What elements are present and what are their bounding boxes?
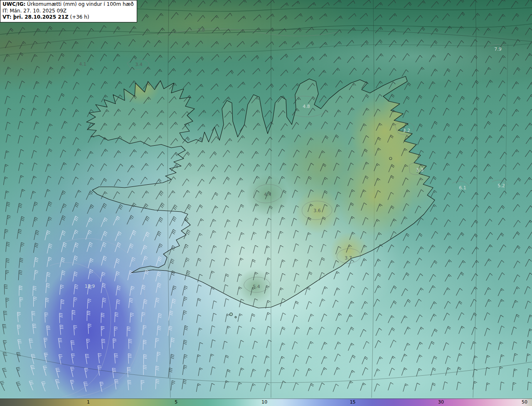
colorbar-ticks: 1510153050 [0, 399, 532, 406]
product-title: Úrkomumætti (mm) og vindur í 100m hæð [25, 1, 133, 7]
valid-offset: (+36 h) [69, 14, 89, 20]
title-box: UWC/IG: Úrkomumætti (mm) og vindur í 100… [0, 0, 137, 22]
colorbar-tick-label: 15 [350, 399, 356, 405]
colorbar-tick-label: 30 [438, 399, 444, 405]
colorbar-tick-label: 10 [261, 399, 267, 405]
wind-barbs-light [17, 216, 176, 392]
weather-map: 3.84.13.47.94.83.23.36.15.24.43.63.713.9… [0, 0, 532, 406]
valid-time: VT: þri. 28.10.2025 21Z [2, 14, 69, 20]
colorbar-tick-label: 5 [175, 399, 177, 405]
vestmannaeyjar-island [230, 313, 233, 316]
valid-time-line: VT: þri. 28.10.2025 21Z (+36 h) [2, 14, 134, 21]
init-time: IT: Mán. 27. 10. 2025 09Z [2, 8, 134, 15]
colorbar-tick-label: 50 [522, 399, 527, 405]
colorbar-tick-label: 1 [87, 399, 90, 405]
product-code: UWC/IG: [2, 1, 25, 7]
product-title-line: UWC/IG: Úrkomumætti (mm) og vindur í 100… [2, 1, 134, 8]
map-overlay [0, 0, 532, 399]
colorbar: 1510153050 [0, 399, 532, 406]
vestmannaeyjar-island-2 [235, 316, 236, 318]
